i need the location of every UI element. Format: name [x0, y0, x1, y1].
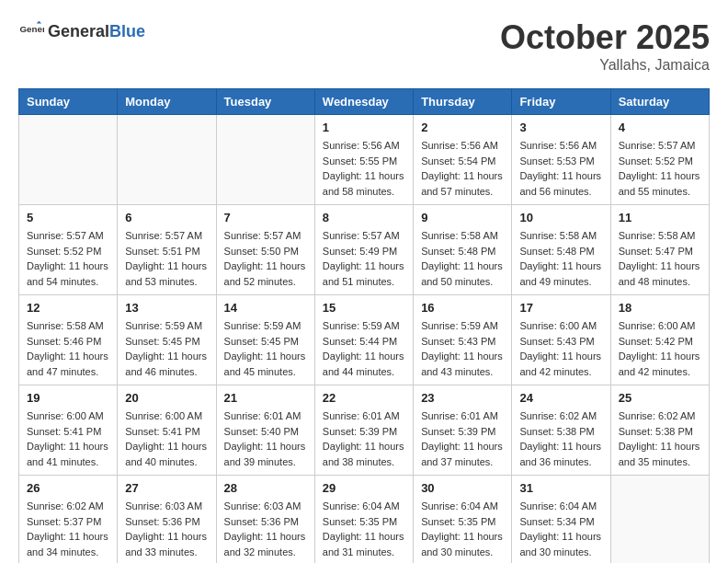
day-number: 31: [519, 481, 602, 495]
day-info: Sunrise: 5:57 AM Sunset: 5:51 PM Dayligh…: [125, 228, 208, 289]
week-row-3: 12Sunrise: 5:58 AM Sunset: 5:46 PM Dayli…: [19, 295, 710, 385]
day-number: 21: [224, 391, 307, 405]
calendar-cell: [610, 476, 709, 564]
calendar-cell: 19Sunrise: 6:00 AM Sunset: 5:41 PM Dayli…: [19, 385, 118, 476]
calendar-cell: 15Sunrise: 5:59 AM Sunset: 5:44 PM Dayli…: [314, 295, 413, 385]
day-info: Sunrise: 6:00 AM Sunset: 5:41 PM Dayligh…: [27, 408, 109, 469]
day-info: Sunrise: 5:56 AM Sunset: 5:54 PM Dayligh…: [421, 138, 504, 199]
svg-text:General: General: [19, 24, 44, 34]
day-info: Sunrise: 6:01 AM Sunset: 5:39 PM Dayligh…: [421, 408, 504, 469]
day-number: 15: [323, 301, 405, 315]
calendar-cell: 10Sunrise: 5:58 AM Sunset: 5:48 PM Dayli…: [512, 205, 610, 295]
calendar-header: SundayMondayTuesdayWednesdayThursdayFrid…: [19, 89, 710, 115]
day-number: 28: [224, 481, 307, 495]
day-info: Sunrise: 6:04 AM Sunset: 5:35 PM Dayligh…: [323, 499, 405, 559]
calendar-cell: 24Sunrise: 6:02 AM Sunset: 5:38 PM Dayli…: [512, 385, 610, 476]
calendar-cell: 14Sunrise: 5:59 AM Sunset: 5:45 PM Dayli…: [216, 295, 314, 385]
day-number: 7: [224, 211, 307, 224]
calendar-body: 1Sunrise: 5:56 AM Sunset: 5:55 PM Daylig…: [19, 115, 710, 564]
day-info: Sunrise: 6:03 AM Sunset: 5:36 PM Dayligh…: [125, 499, 208, 559]
week-row-2: 5Sunrise: 5:57 AM Sunset: 5:52 PM Daylig…: [19, 205, 710, 295]
day-number: 24: [519, 391, 602, 405]
day-number: 17: [519, 301, 602, 315]
day-number: 22: [323, 391, 405, 405]
day-info: Sunrise: 5:59 AM Sunset: 5:45 PM Dayligh…: [224, 318, 307, 379]
calendar-cell: 17Sunrise: 6:00 AM Sunset: 5:43 PM Dayli…: [512, 295, 610, 385]
day-info: Sunrise: 5:58 AM Sunset: 5:46 PM Dayligh…: [27, 318, 109, 379]
day-number: 5: [27, 211, 109, 224]
day-info: Sunrise: 6:02 AM Sunset: 5:38 PM Dayligh…: [619, 408, 701, 469]
page-header: General GeneralBlue October 2025 Yallahs…: [18, 18, 710, 74]
calendar-cell: 9Sunrise: 5:58 AM Sunset: 5:48 PM Daylig…: [414, 205, 512, 295]
day-number: 29: [323, 481, 405, 495]
logo: General GeneralBlue: [18, 18, 145, 44]
calendar-cell: [216, 115, 314, 205]
calendar-cell: 21Sunrise: 6:01 AM Sunset: 5:40 PM Dayli…: [216, 385, 314, 476]
day-number: 20: [125, 391, 208, 405]
day-info: Sunrise: 6:04 AM Sunset: 5:35 PM Dayligh…: [421, 499, 504, 559]
day-info: Sunrise: 5:57 AM Sunset: 5:52 PM Dayligh…: [619, 138, 701, 199]
day-number: 1: [323, 121, 405, 134]
weekday-header-friday: Friday: [512, 89, 610, 115]
calendar-cell: 5Sunrise: 5:57 AM Sunset: 5:52 PM Daylig…: [19, 205, 118, 295]
weekday-header-monday: Monday: [118, 89, 216, 115]
day-info: Sunrise: 6:03 AM Sunset: 5:36 PM Dayligh…: [224, 499, 307, 559]
day-number: 25: [619, 391, 701, 405]
calendar-cell: 20Sunrise: 6:00 AM Sunset: 5:41 PM Dayli…: [118, 385, 216, 476]
calendar-cell: 25Sunrise: 6:02 AM Sunset: 5:38 PM Dayli…: [610, 385, 709, 476]
day-info: Sunrise: 6:04 AM Sunset: 5:34 PM Dayligh…: [519, 499, 602, 559]
calendar-table: SundayMondayTuesdayWednesdayThursdayFrid…: [18, 88, 710, 563]
day-number: 19: [27, 391, 109, 405]
day-number: 13: [125, 301, 208, 315]
day-number: 6: [125, 211, 208, 224]
calendar-cell: 18Sunrise: 6:00 AM Sunset: 5:42 PM Dayli…: [610, 295, 709, 385]
calendar-cell: [118, 115, 216, 205]
logo-text-blue: Blue: [109, 22, 145, 40]
calendar-cell: 31Sunrise: 6:04 AM Sunset: 5:34 PM Dayli…: [512, 476, 610, 564]
weekday-header-wednesday: Wednesday: [314, 89, 413, 115]
day-number: 30: [421, 481, 504, 495]
day-number: 2: [421, 121, 504, 134]
day-number: 8: [323, 211, 405, 224]
day-number: 12: [27, 301, 109, 315]
logo-icon: General: [18, 18, 44, 44]
calendar-cell: [19, 115, 118, 205]
day-number: 23: [421, 391, 504, 405]
calendar-cell: 13Sunrise: 5:59 AM Sunset: 5:45 PM Dayli…: [118, 295, 216, 385]
weekday-header-saturday: Saturday: [610, 89, 709, 115]
calendar-cell: 8Sunrise: 5:57 AM Sunset: 5:49 PM Daylig…: [314, 205, 413, 295]
day-info: Sunrise: 5:56 AM Sunset: 5:55 PM Dayligh…: [323, 138, 405, 199]
day-info: Sunrise: 5:59 AM Sunset: 5:45 PM Dayligh…: [125, 318, 208, 379]
day-info: Sunrise: 6:01 AM Sunset: 5:40 PM Dayligh…: [224, 408, 307, 469]
day-info: Sunrise: 6:00 AM Sunset: 5:41 PM Dayligh…: [125, 408, 208, 469]
day-info: Sunrise: 5:57 AM Sunset: 5:49 PM Dayligh…: [323, 228, 405, 289]
calendar-cell: 2Sunrise: 5:56 AM Sunset: 5:54 PM Daylig…: [414, 115, 512, 205]
calendar-cell: 4Sunrise: 5:57 AM Sunset: 5:52 PM Daylig…: [610, 115, 709, 205]
day-number: 10: [519, 211, 602, 224]
day-number: 26: [27, 481, 109, 495]
title-block: October 2025 Yallahs, Jamaica: [500, 18, 710, 74]
calendar-cell: 16Sunrise: 5:59 AM Sunset: 5:43 PM Dayli…: [414, 295, 512, 385]
day-info: Sunrise: 5:59 AM Sunset: 5:44 PM Dayligh…: [323, 318, 405, 379]
day-number: 16: [421, 301, 504, 315]
day-number: 11: [619, 211, 701, 224]
logo-text-general: General: [48, 22, 109, 40]
calendar-cell: 29Sunrise: 6:04 AM Sunset: 5:35 PM Dayli…: [314, 476, 413, 564]
week-row-1: 1Sunrise: 5:56 AM Sunset: 5:55 PM Daylig…: [19, 115, 710, 205]
day-info: Sunrise: 5:56 AM Sunset: 5:53 PM Dayligh…: [519, 138, 602, 199]
day-number: 3: [519, 121, 602, 134]
calendar-cell: 22Sunrise: 6:01 AM Sunset: 5:39 PM Dayli…: [314, 385, 413, 476]
day-info: Sunrise: 5:57 AM Sunset: 5:52 PM Dayligh…: [27, 228, 109, 289]
day-number: 4: [619, 121, 701, 134]
day-info: Sunrise: 6:00 AM Sunset: 5:43 PM Dayligh…: [519, 318, 602, 379]
weekday-header-row: SundayMondayTuesdayWednesdayThursdayFrid…: [19, 89, 710, 115]
calendar-cell: 30Sunrise: 6:04 AM Sunset: 5:35 PM Dayli…: [414, 476, 512, 564]
day-info: Sunrise: 5:59 AM Sunset: 5:43 PM Dayligh…: [421, 318, 504, 379]
day-info: Sunrise: 6:01 AM Sunset: 5:39 PM Dayligh…: [323, 408, 405, 469]
day-info: Sunrise: 5:58 AM Sunset: 5:47 PM Dayligh…: [619, 228, 701, 289]
calendar-cell: 6Sunrise: 5:57 AM Sunset: 5:51 PM Daylig…: [118, 205, 216, 295]
day-info: Sunrise: 6:02 AM Sunset: 5:38 PM Dayligh…: [519, 408, 602, 469]
weekday-header-thursday: Thursday: [414, 89, 512, 115]
week-row-4: 19Sunrise: 6:00 AM Sunset: 5:41 PM Dayli…: [19, 385, 710, 476]
calendar-cell: 3Sunrise: 5:56 AM Sunset: 5:53 PM Daylig…: [512, 115, 610, 205]
